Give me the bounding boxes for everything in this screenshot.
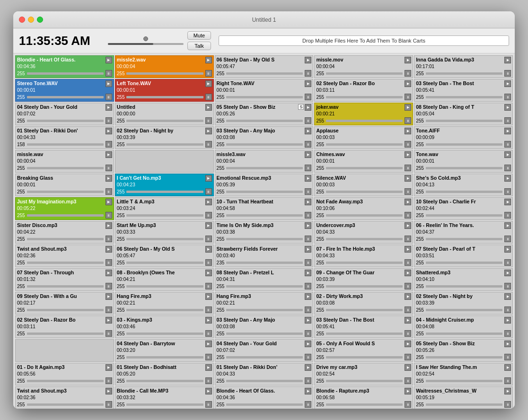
cart-play-button[interactable] <box>305 128 311 134</box>
list-item[interactable]: Time Is On My Side.mp300:03:38255 <box>215 221 314 244</box>
cart-play-button[interactable] <box>405 199 411 205</box>
list-item[interactable]: Blondie - Rapture.mp300:06:58255 <box>314 386 413 409</box>
cart-stop-button[interactable] <box>305 401 311 408</box>
list-item[interactable]: 08 Steely Dan - King of T00:05:04255 <box>414 103 513 125</box>
cart-stop-button[interactable] <box>106 306 112 313</box>
cart-stop-button[interactable] <box>305 354 311 360</box>
cart-stop-button[interactable] <box>106 117 112 124</box>
maximize-button[interactable] <box>37 17 43 23</box>
cart-play-button[interactable] <box>504 175 511 182</box>
cart-stop-button[interactable] <box>106 401 112 408</box>
list-item[interactable]: She's So Cold.mp300:04:13255 <box>414 174 513 196</box>
cart-stop-button[interactable] <box>504 117 511 124</box>
cart-play-button[interactable] <box>405 246 411 253</box>
cart-stop-button[interactable] <box>106 188 112 195</box>
cart-stop-button[interactable] <box>504 212 511 219</box>
list-item[interactable]: 07 Steely Dan - Pearl of T00:03:51255 <box>414 245 513 267</box>
cart-play-button[interactable] <box>106 57 112 63</box>
cart-stop-button[interactable] <box>305 165 311 171</box>
list-item[interactable]: 01 - Do It Again.mp300:05:56255 <box>15 363 114 385</box>
cart-stop-button[interactable] <box>106 70 112 77</box>
cart-stop-button[interactable] <box>504 70 511 77</box>
cart-stop-button[interactable] <box>205 259 212 266</box>
list-item[interactable]: Blondie - Heart Of Glass.00:04:36255 <box>215 386 314 409</box>
cart-play-button[interactable] <box>106 222 112 229</box>
list-item[interactable]: Sister Disco.mp300:04:22255 <box>15 221 114 244</box>
cart-play-button[interactable] <box>205 222 212 229</box>
cart-stop-button[interactable] <box>504 141 511 148</box>
cart-play-button[interactable] <box>504 57 511 63</box>
list-item[interactable]: 05 Steely Dan - Show Biz00:05:26255 <box>414 339 513 362</box>
cart-stop-button[interactable] <box>405 377 411 384</box>
cart-stop-button[interactable] <box>106 330 112 337</box>
cart-stop-button[interactable] <box>106 212 112 219</box>
cart-stop-button[interactable] <box>106 165 112 171</box>
cart-stop-button[interactable] <box>205 377 212 384</box>
list-item[interactable]: Left Tone.WAV00:00:01255 <box>115 79 214 102</box>
cart-play-button[interactable] <box>205 80 212 87</box>
cart-stop-button[interactable] <box>504 259 511 266</box>
cart-play-button[interactable] <box>405 364 411 371</box>
cart-play-button[interactable] <box>106 293 112 300</box>
cart-stop-button[interactable] <box>305 94 311 100</box>
mute-button[interactable]: Mute <box>187 31 211 40</box>
cart-stop-button[interactable] <box>305 283 311 289</box>
cart-stop-button[interactable] <box>504 377 511 384</box>
list-item[interactable]: 04 Steely Dan - Your Gold00:07:02255 <box>15 103 114 125</box>
list-item[interactable]: 05 Steely Dan - Show BizS00:05:26255 <box>215 103 314 125</box>
cart-stop-button[interactable] <box>504 401 511 408</box>
cart-play-button[interactable] <box>305 222 311 229</box>
list-item[interactable] <box>115 150 214 173</box>
cart-play-button[interactable] <box>405 293 411 300</box>
cart-play-button[interactable] <box>205 246 212 253</box>
cart-stop-button[interactable] <box>405 236 411 242</box>
drop-zone[interactable]: Drop Multiple Files Here To Add Them To … <box>219 35 509 46</box>
cart-stop-button[interactable] <box>405 259 411 266</box>
cart-play-button[interactable] <box>205 317 212 324</box>
cart-play-button[interactable] <box>205 128 212 134</box>
list-item[interactable]: joker.wav00:00:21255 <box>314 103 413 125</box>
cart-play-button[interactable] <box>205 57 212 63</box>
cart-stop-button[interactable] <box>305 70 311 77</box>
cart-stop-button[interactable] <box>106 377 112 384</box>
talk-button[interactable]: Talk <box>187 42 211 50</box>
list-item[interactable]: Tone.AIFF00:00:09255 <box>414 126 513 149</box>
list-item[interactable]: missle.mov00:00:04255 <box>314 55 413 78</box>
list-item[interactable]: Undercover.mp300:04:33255 <box>314 221 413 244</box>
list-item[interactable]: 01 Steely Dan - Bodhisatt00:05:20255 <box>115 363 214 385</box>
cart-stop-button[interactable] <box>305 188 311 195</box>
list-item[interactable]: 05 - Only A Fool Would S00:02:57255 <box>314 339 413 362</box>
cart-play-button[interactable] <box>504 151 511 158</box>
list-item[interactable]: 10 Steely Dan - Charlie Fr00:02:44255 <box>414 197 513 220</box>
cart-stop-button[interactable] <box>305 117 311 124</box>
cart-stop-button[interactable] <box>205 236 212 242</box>
cart-play-button[interactable] <box>106 246 112 253</box>
cart-stop-button[interactable] <box>405 354 411 360</box>
cart-play-button[interactable] <box>106 175 112 182</box>
list-item[interactable]: 08 - Brooklyn (Owes The00:04:21255 <box>115 268 214 291</box>
cart-stop-button[interactable] <box>305 330 311 337</box>
list-item[interactable]: 02 Steely Dan - Night by00:03:39255 <box>115 126 214 149</box>
list-item[interactable]: 03 - Kings.mp300:03:46255 <box>115 315 214 338</box>
list-item[interactable]: 04 Steely Dan - Your Gold00:07:02255 <box>215 339 314 362</box>
list-item[interactable]: Chimes.wav00:00:01255 <box>314 150 413 173</box>
list-item[interactable]: Silence.WAV00:00:03255 <box>314 174 413 196</box>
cart-play-button[interactable] <box>405 317 411 324</box>
cart-stop-button[interactable] <box>106 283 112 289</box>
cart-stop-button[interactable] <box>405 401 411 408</box>
cart-play-button[interactable] <box>106 151 112 158</box>
cart-stop-button[interactable] <box>504 354 511 360</box>
list-item[interactable]: 02 Steely Dan - Razor Bo00:03:11255 <box>314 79 413 102</box>
cart-play-button[interactable] <box>405 175 411 182</box>
cart-stop-button[interactable] <box>205 401 212 408</box>
list-item[interactable]: Drive my car.mp300:02:54255 <box>314 363 413 385</box>
cart-stop-button[interactable] <box>305 141 311 148</box>
cart-play-button[interactable] <box>305 104 311 111</box>
cart-stop-button[interactable] <box>504 188 511 195</box>
list-item[interactable]: Stereo Tone.WAV00:00:01255 <box>15 79 114 102</box>
cart-stop-button[interactable] <box>504 165 511 171</box>
list-item[interactable]: Right Tone.WAV00:00:01255 <box>215 79 314 102</box>
minimize-button[interactable] <box>28 17 34 23</box>
list-item[interactable]: 08 Steely Dan - Pretzel L00:04:31255 <box>215 268 314 291</box>
list-item[interactable]: missle.wav00:00:04255 <box>15 150 114 173</box>
